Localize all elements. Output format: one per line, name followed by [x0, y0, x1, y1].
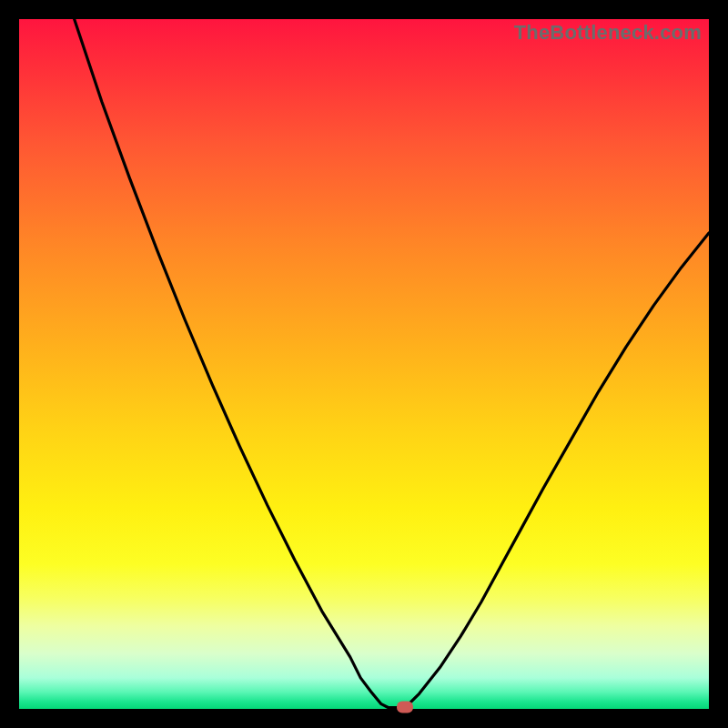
bottleneck-curve: [19, 19, 709, 709]
chart-plot-area: TheBottleneck.com: [19, 19, 709, 709]
optimal-point-marker: [397, 702, 413, 713]
watermark-text: TheBottleneck.com: [514, 21, 702, 45]
